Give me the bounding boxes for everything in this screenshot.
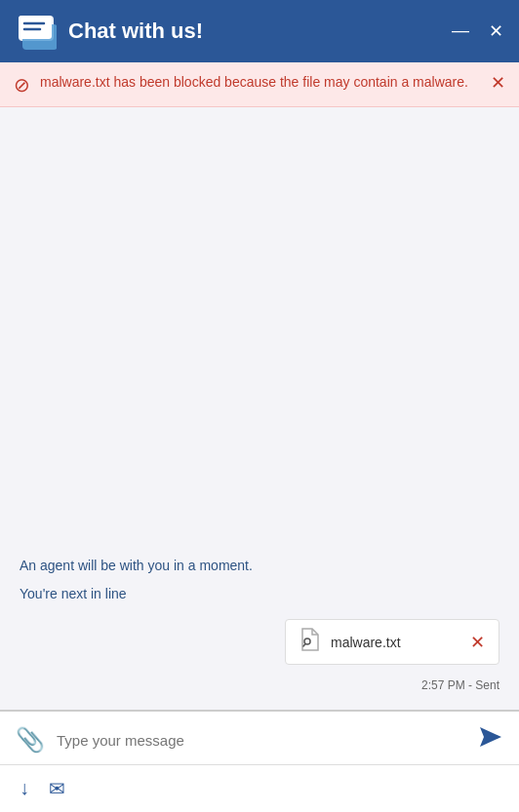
send-button[interactable] [478, 725, 503, 754]
close-button[interactable]: ✕ [489, 20, 503, 42]
file-icon [299, 628, 321, 656]
svg-rect-2 [19, 16, 52, 39]
attachment-remove-button[interactable]: ✕ [470, 632, 485, 653]
warning-banner: ⊘ malware.txt has been blocked because t… [0, 62, 519, 107]
queue-message: You're next in line [20, 586, 499, 601]
warning-text: malware.txt has been blocked because the… [40, 72, 481, 93]
chat-messages: An agent will be with you in a moment. Y… [20, 556, 499, 700]
minimize-button[interactable]: — [452, 20, 469, 42]
window-controls: — ✕ [452, 20, 503, 42]
message-input[interactable] [57, 732, 466, 749]
message-timestamp: 2:57 PM - Sent [421, 678, 499, 692]
title-bar: Chat with us! — ✕ [0, 0, 519, 62]
attachment-row: malware.txt ✕ [20, 619, 499, 665]
input-area: 📎 [0, 710, 519, 764]
attachment-filename: malware.txt [331, 635, 460, 650]
attach-button[interactable]: 📎 [16, 726, 45, 754]
timestamp-row: 2:57 PM - Sent [20, 678, 499, 700]
agent-status-message: An agent will be with you in a moment. [20, 556, 499, 576]
svg-marker-6 [480, 727, 501, 747]
bottom-toolbar: ↓ ✉ [0, 764, 519, 812]
window-title: Chat with us! [68, 19, 452, 44]
warning-icon: ⊘ [14, 73, 30, 97]
attachment-bubble: malware.txt ✕ [285, 619, 499, 665]
email-icon[interactable]: ✉ [49, 777, 65, 800]
chat-app-icon [16, 11, 57, 52]
chat-area: An agent will be with you in a moment. Y… [0, 107, 519, 710]
warning-close-button[interactable]: ✕ [491, 72, 505, 94]
download-icon[interactable]: ↓ [20, 777, 29, 800]
